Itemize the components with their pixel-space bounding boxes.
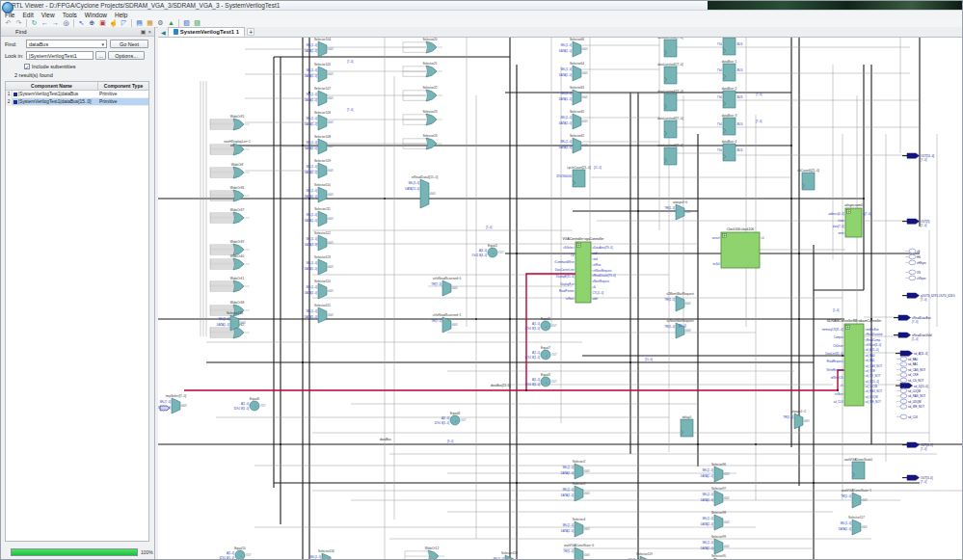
rubberband-icon[interactable]: ◸ <box>120 18 129 27</box>
highlighted-net-databus[interactable] <box>184 370 844 390</box>
schematic-svg[interactable]: WideOr35nextHDisplayLen~1WideOr8WideOr36… <box>158 38 963 560</box>
go-next-button[interactable]: Go Next <box>110 40 148 48</box>
component-selector98-mux[interactable] <box>714 515 723 530</box>
component-selector2-mux[interactable] <box>575 464 583 479</box>
component-selector112-mux[interactable] <box>318 235 327 251</box>
component-selector110-mux[interactable] <box>318 187 327 202</box>
output-bus-pin-gout0-629-1-out0-624-0[interactable] <box>907 293 920 298</box>
output-pin-sd_cas_not[interactable] <box>900 367 907 372</box>
look-in-input[interactable]: |SystemVerilogTest1 <box>26 51 94 60</box>
output-pin-vs[interactable] <box>909 270 916 275</box>
component-wideor12-orgate[interactable] <box>428 550 439 560</box>
column-component-name[interactable]: Component Name <box>6 82 98 90</box>
export-page-icon[interactable]: ▨ <box>193 18 202 27</box>
hand-tool-icon[interactable]: ☝ <box>109 18 119 27</box>
output-bus-pin-sd-a-11-0-[interactable] <box>900 351 913 356</box>
component-delay0-register[interactable] <box>681 419 693 437</box>
component-selector119-mux[interactable] <box>640 556 649 560</box>
menu-edit[interactable]: Edit <box>18 12 37 18</box>
component-selector99-mux[interactable] <box>714 539 723 554</box>
schematic-canvas[interactable]: WideOr35nextHDisplayLen~1WideOr8WideOr36… <box>158 38 963 560</box>
output-pin-clk[interactable] <box>909 249 916 253</box>
output-bus-pin-out-3-0-[interactable] <box>907 475 920 480</box>
component-selector114-mux[interactable] <box>318 283 327 299</box>
component-wideor41-orgate[interactable] <box>233 280 244 292</box>
component-datalatched4-7-0--register[interactable] <box>664 147 677 165</box>
component-sdramcontrollerbb-sdramcontroller-module[interactable] <box>844 324 864 406</box>
component-selector3-mux[interactable] <box>575 486 583 501</box>
menu-help[interactable]: Help <box>111 12 131 18</box>
component-datalatched2-7-0--register[interactable] <box>664 93 677 111</box>
component-selector66-mux[interactable] <box>573 41 581 57</box>
zoom-tool-icon[interactable]: ⊕ <box>88 18 97 27</box>
component-datalatched3-7-0--register[interactable] <box>664 120 677 138</box>
component-selector4-mux[interactable] <box>575 521 583 537</box>
output-bus-pin-out-5-[interactable] <box>907 219 920 224</box>
component-selector108-mux[interactable] <box>318 139 327 154</box>
component-vgacontroller-vgacontroller-module[interactable] <box>575 242 591 303</box>
component-selector97-mux[interactable] <box>714 491 723 506</box>
component-tmpselect-7-0--mux[interactable] <box>172 398 180 413</box>
output-bus-pin-sd-d-15-0-[interactable] <box>900 384 913 388</box>
component-selector21-orgate[interactable] <box>426 66 437 77</box>
component-s2memwaitrequest-mux[interactable] <box>676 296 684 311</box>
output-pin-sd_ldqm[interactable] <box>900 388 907 393</box>
component-selector117-mux[interactable] <box>852 520 861 535</box>
select-tool-icon[interactable]: ↖ <box>77 18 87 27</box>
redo-icon[interactable]: ↷ <box>14 18 24 27</box>
component-cyclecount-21-0--register[interactable] <box>573 170 585 187</box>
close-panel-icon[interactable]: × <box>147 29 151 35</box>
refresh-icon[interactable]: ↻ <box>30 18 40 27</box>
component-wideor40-orgate[interactable] <box>233 258 244 270</box>
component-selector106-mux[interactable] <box>318 115 327 130</box>
component-streaddata4-15-0--mux[interactable] <box>420 179 429 208</box>
output-pin-vvsync[interactable] <box>909 276 916 280</box>
component-waitvgadonestate-0-mux[interactable] <box>575 547 583 560</box>
settings-icon[interactable]: ⚙ <box>156 18 166 27</box>
tab-systemverilogtest1[interactable]: SystemVerilogTest1 1 <box>168 27 246 37</box>
nav-back-icon[interactable]: ← <box>40 18 50 27</box>
component-waitvgadonestate0-register[interactable] <box>852 462 865 479</box>
new-tab-button[interactable]: + <box>247 28 254 36</box>
fit-view-icon[interactable]: ▣ <box>98 18 108 27</box>
output-pin-vhsync[interactable] <box>909 260 916 265</box>
component-selector111-mux[interactable] <box>318 211 327 227</box>
options-button[interactable]: Options... <box>108 51 145 60</box>
component-selector62-mux[interactable] <box>573 138 581 153</box>
component-wideor36-orgate[interactable] <box>233 190 244 201</box>
component-selector20-orgate[interactable] <box>426 41 437 53</box>
component-wideor8-orgate[interactable] <box>233 167 244 178</box>
report-icon[interactable]: ▲ <box>167 18 176 27</box>
output-bus-pin-out-4-1-[interactable] <box>907 442 920 447</box>
menu-tools[interactable]: Tools <box>59 12 81 18</box>
component-always0-0-mux[interactable] <box>676 204 684 220</box>
component-datalatched1-7-0--register[interactable] <box>664 67 677 84</box>
output-pin-sd_clk[interactable] <box>900 414 907 419</box>
netlist-icon[interactable]: ▦ <box>146 18 155 27</box>
component-databus-3-register[interactable] <box>723 118 736 135</box>
component-waitvgadonestate-1-mux[interactable] <box>852 493 861 508</box>
output-bus-pin-out-51-4-[interactable] <box>907 153 920 158</box>
output-pin-sd_we_not[interactable] <box>900 405 907 410</box>
component-selector96-mux[interactable] <box>714 467 723 482</box>
component-selector115-mux[interactable] <box>318 307 327 323</box>
component-selector23-orgate[interactable] <box>426 114 437 125</box>
output-pin-sd_cs_not[interactable] <box>900 378 907 383</box>
float-panel-icon[interactable]: ▣ <box>141 28 147 35</box>
table-row[interactable]: 1|SystemVerilogTest1|dataBusPrimitive <box>6 91 148 98</box>
output-pin-sd_ras_not[interactable] <box>900 394 907 399</box>
component-selector105-mux[interactable] <box>318 67 327 82</box>
component-selector107-mux[interactable] <box>318 91 327 106</box>
nav-forward-icon[interactable]: → <box>51 18 61 27</box>
column-component-type[interactable]: Component Type <box>98 83 148 89</box>
output-bus-pin-vreaddataban[interactable] <box>898 315 911 320</box>
output-bus-pin-sreaddatavalid[interactable] <box>898 333 911 337</box>
output-pin-sd_ba0[interactable] <box>900 357 907 361</box>
find-icon[interactable]: ◎ <box>62 18 71 27</box>
copy-page-icon[interactable]: ▧ <box>182 18 192 27</box>
component-ctrlsreadscanned-0-mux[interactable] <box>442 280 451 296</box>
component-selector63-mux[interactable] <box>573 90 581 105</box>
help-bubble-icon[interactable] <box>2 2 13 13</box>
component-databus-1-register[interactable] <box>723 64 736 81</box>
component-datalatched0-7-0--register[interactable] <box>664 40 677 57</box>
